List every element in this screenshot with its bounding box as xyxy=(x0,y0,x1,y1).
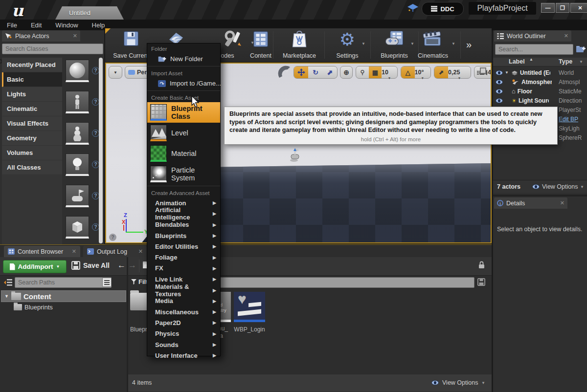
category-basic[interactable]: Basic xyxy=(2,72,62,87)
surface-snap-button[interactable]: ⚲ xyxy=(356,69,369,76)
menu-item-editor-utilities[interactable]: Editor Utilities▶ xyxy=(147,241,220,252)
forward-button[interactable]: → xyxy=(128,261,136,270)
menu-item-sounds[interactable]: Sounds▶ xyxy=(147,339,220,350)
help-icon[interactable]: ? xyxy=(92,67,99,74)
asset-wbp-login[interactable]: ♥ WBP_Login xyxy=(234,292,265,333)
tree-item-blueprints[interactable]: Blueprints xyxy=(14,304,53,311)
level-tab[interactable]: Untitled xyxy=(55,6,124,20)
menu-help[interactable]: Help xyxy=(85,22,112,29)
menu-window[interactable]: Window xyxy=(48,22,85,29)
outliner-row-atmosphericfog[interactable]: Atmospher Atmospl xyxy=(493,77,587,87)
add-import-button[interactable]: Add/Import ▼ xyxy=(3,260,67,273)
menu-item-blueprints[interactable]: Blueprints▶ xyxy=(147,230,220,241)
menu-edit[interactable]: Edit xyxy=(24,22,48,29)
menu-item-material[interactable]: Material xyxy=(147,143,220,164)
close-icon[interactable]: ✕ xyxy=(72,248,76,255)
outliner-view-options-button[interactable]: View Options xyxy=(542,183,578,190)
title-bar[interactable]: u Untitled DDC PlayfabProject — ❒ ✕ xyxy=(0,0,587,20)
tutorials-cap-icon[interactable] xyxy=(407,4,418,13)
cinematics-dropdown[interactable]: ▼ Cinematics xyxy=(409,30,456,60)
expand-arrow-icon[interactable]: ▼ xyxy=(505,70,509,75)
category-geometry[interactable]: Geometry xyxy=(2,131,62,146)
content-browser-tab[interactable]: Content Browser ✕ xyxy=(4,246,80,257)
place-actors-tab[interactable]: Place Actors ✕ xyxy=(2,30,80,42)
asset-thumb-point-light[interactable] xyxy=(66,122,89,145)
asset-thumb-character[interactable] xyxy=(66,91,89,113)
menu-item-artificial-intelligence[interactable]: Artificial Intelligence▶ xyxy=(147,208,220,219)
menu-item-new-folder[interactable]: New Folder xyxy=(147,53,220,65)
viewport-help-icon[interactable]: ? xyxy=(109,234,116,241)
category-lights[interactable]: Lights xyxy=(2,87,62,102)
scale-snap-button[interactable]: ⬈ xyxy=(434,66,448,78)
menu-item-user-interface[interactable]: User Interface▶ xyxy=(147,350,220,361)
paths-list-button[interactable] xyxy=(102,278,112,287)
place-actors-scrollbar[interactable] xyxy=(99,58,103,243)
world-outliner-tab[interactable]: World Outliner ✕ xyxy=(494,30,571,42)
rotation-snap-value[interactable]: 10° xyxy=(415,69,430,76)
menu-item-foliage[interactable]: Foliage▶ xyxy=(147,252,220,262)
visibility-eye-icon[interactable] xyxy=(496,70,503,75)
content-button[interactable]: Content xyxy=(242,30,279,60)
help-icon[interactable]: ? xyxy=(92,161,99,168)
outliner-search-input[interactable] xyxy=(495,44,573,55)
column-header-type[interactable]: Type xyxy=(559,58,572,65)
menu-item-import-to-game[interactable]: ↷ Import to /Game... xyxy=(147,78,220,89)
column-header-label[interactable]: Label xyxy=(509,58,525,65)
camera-speed-value[interactable]: 4 xyxy=(488,69,492,76)
menu-item-blueprint-class[interactable]: Blueprint Class xyxy=(147,102,220,123)
viewport-options-dropdown[interactable]: ▼ xyxy=(109,66,122,79)
menu-item-materials-textures[interactable]: Materials & Textures▶ xyxy=(147,284,220,295)
grid-snap-value[interactable]: 10 xyxy=(382,69,397,76)
visibility-eye-icon[interactable] xyxy=(496,98,503,103)
scale-tool-button[interactable]: ⬈ xyxy=(323,68,337,76)
search-paths-input[interactable] xyxy=(15,277,112,288)
collapse-sources-icon[interactable] xyxy=(4,279,12,286)
help-icon[interactable]: ? xyxy=(92,130,99,137)
back-button[interactable]: ← xyxy=(117,261,126,270)
marketplace-button[interactable]: Marketplace xyxy=(277,30,321,60)
asset-thumb-cube[interactable] xyxy=(66,216,89,239)
close-icon[interactable]: ✕ xyxy=(73,33,77,39)
category-recently-placed[interactable]: Recently Placed xyxy=(2,58,62,72)
save-all-button[interactable]: Save All xyxy=(71,261,110,270)
add-folder-icon[interactable] xyxy=(576,45,586,53)
menu-item-miscellaneous[interactable]: Miscellaneous▶ xyxy=(147,306,220,317)
grid-snap-button[interactable]: ▦ xyxy=(369,66,382,78)
ddc-button[interactable]: DDC xyxy=(422,2,464,16)
world-local-toggle[interactable]: ⊕ xyxy=(340,66,353,79)
outliner-row-floor[interactable]: ⌂ Floor StaticMe xyxy=(493,87,587,96)
menu-item-particle-system[interactable]: Particle System xyxy=(147,164,220,184)
category-cinematic[interactable]: Cinematic xyxy=(2,102,62,116)
maximize-button[interactable]: ❒ xyxy=(556,3,569,13)
close-icon[interactable]: ✕ xyxy=(138,248,143,255)
move-tool-button[interactable] xyxy=(294,66,308,78)
close-button[interactable]: ✕ xyxy=(570,3,587,13)
visibility-eye-icon[interactable] xyxy=(496,80,503,85)
tree-item-content[interactable]: ▼ Content xyxy=(1,290,126,302)
settings-dropdown[interactable]: ⚙ ▼ Settings xyxy=(326,30,368,60)
category-visual-effects[interactable]: Visual Effects xyxy=(2,116,62,131)
cb-view-options-button[interactable]: View Options xyxy=(442,379,478,386)
category-volumes[interactable]: Volumes xyxy=(2,146,62,160)
save-search-icon[interactable] xyxy=(477,278,485,286)
visibility-eye-icon[interactable] xyxy=(496,89,503,94)
toolbar-overflow-button[interactable]: » xyxy=(466,39,472,50)
lock-icon[interactable] xyxy=(478,261,485,269)
outliner-row-light-source[interactable]: ☀ Light Sourc Direction xyxy=(493,96,587,105)
close-icon[interactable]: ✕ xyxy=(560,200,564,206)
maximize-viewport-button[interactable] xyxy=(480,67,486,74)
menu-item-fx[interactable]: FX▶ xyxy=(147,263,220,274)
rotation-snap-button[interactable]: △ xyxy=(401,66,415,78)
asset-thumb-light-bulb[interactable] xyxy=(66,153,89,176)
edit-bp-link[interactable]: Edit BP xyxy=(559,116,586,123)
category-all-classes[interactable]: All Classes xyxy=(2,160,62,175)
asset-thumb-player-start[interactable] xyxy=(66,185,89,207)
scale-snap-value[interactable]: 0,25 xyxy=(448,69,471,76)
menu-item-level[interactable]: Level xyxy=(147,123,220,143)
expand-arrow-icon[interactable]: ▼ xyxy=(4,294,9,299)
player-start-gizmo[interactable] xyxy=(288,148,303,163)
output-log-tab[interactable]: Output Log ✕ xyxy=(83,246,147,257)
help-icon[interactable]: ? xyxy=(92,223,99,231)
rotate-tool-button[interactable]: ↻ xyxy=(308,68,322,76)
menu-item-physics[interactable]: Physics▶ xyxy=(147,328,220,339)
